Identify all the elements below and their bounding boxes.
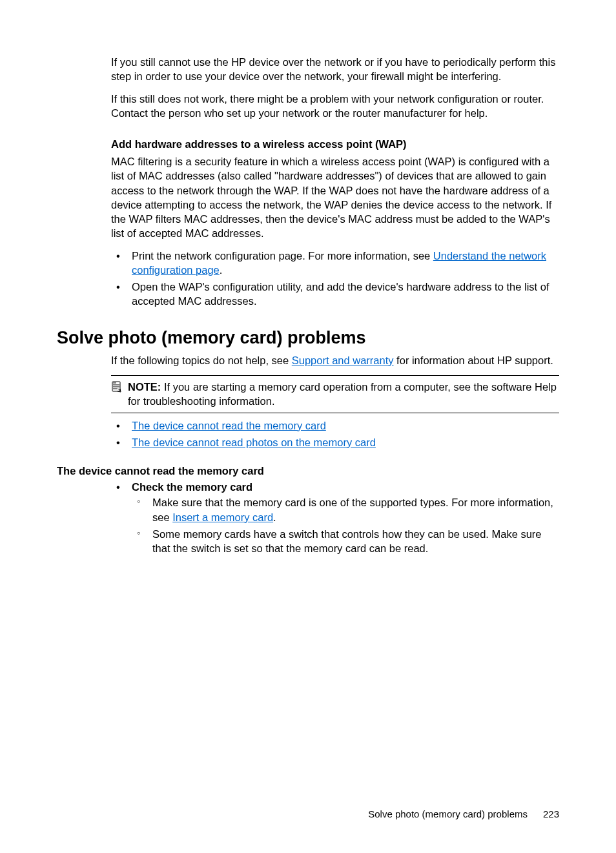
list-item: Make sure that the memory card is one of… xyxy=(132,495,559,524)
footer-pagenum: 223 xyxy=(543,808,559,819)
page-footer: Solve photo (memory card) problems 223 xyxy=(368,808,559,819)
check-card-sublist: Make sure that the memory card is one of… xyxy=(132,495,559,555)
support-warranty-link[interactable]: Support and warranty xyxy=(292,355,394,366)
wap-para: MAC filtering is a security feature in w… xyxy=(111,154,559,241)
photo-intro: If the following topics do not help, see… xyxy=(111,353,559,367)
note-label: NOTE: xyxy=(128,381,161,393)
list-item: Check the memory card Make sure that the… xyxy=(111,480,559,555)
footer-section: Solve photo (memory card) problems xyxy=(368,808,528,819)
page: If you still cannot use the HP device ov… xyxy=(0,0,616,853)
body-para: If you still cannot use the HP device ov… xyxy=(111,55,559,84)
note-text: If you are starting a memory card operat… xyxy=(128,381,557,407)
list-item: Open the WAP's configuration utility, an… xyxy=(111,280,559,309)
check-card-section: Check the memory card Make sure that the… xyxy=(111,480,559,555)
photo-section: If the following topics do not help, see… xyxy=(111,353,559,449)
list-item: The device cannot read photos on the mem… xyxy=(111,435,559,449)
cannot-read-card-heading: The device cannot read the memory card xyxy=(57,465,559,477)
bullet-text-post: . xyxy=(220,264,223,276)
insert-memory-card-link[interactable]: Insert a memory card xyxy=(172,511,273,523)
wap-heading: Add hardware addresses to a wireless acc… xyxy=(111,138,559,150)
list-item: Some memory cards have a switch that con… xyxy=(132,527,559,556)
intro-post: for information about HP support. xyxy=(394,355,553,366)
solve-photo-heading: Solve photo (memory card) problems xyxy=(57,328,559,348)
sub-b1-post: . xyxy=(273,511,276,523)
body-para: If this still does not work, there might… xyxy=(111,92,559,121)
note-block: NOTE: If you are starting a memory card … xyxy=(111,375,559,413)
network-continuation: If you still cannot use the HP device ov… xyxy=(111,55,559,309)
wap-bullets: Print the network configuration page. Fo… xyxy=(111,249,559,309)
cannot-read-photos-link[interactable]: The device cannot read photos on the mem… xyxy=(132,437,376,448)
list-item: The device cannot read the memory card xyxy=(111,418,559,433)
check-card-list: Check the memory card Make sure that the… xyxy=(111,480,559,555)
photo-toc: The device cannot read the memory card T… xyxy=(111,418,559,450)
check-card-label: Check the memory card xyxy=(132,481,252,493)
note-body: NOTE: If you are starting a memory card … xyxy=(128,380,559,409)
note-icon xyxy=(111,381,123,395)
cannot-read-card-link[interactable]: The device cannot read the memory card xyxy=(132,420,326,431)
intro-pre: If the following topics do not help, see xyxy=(111,355,292,366)
list-item: Print the network configuration page. Fo… xyxy=(111,249,559,278)
bullet-text: Print the network configuration page. Fo… xyxy=(132,250,433,262)
